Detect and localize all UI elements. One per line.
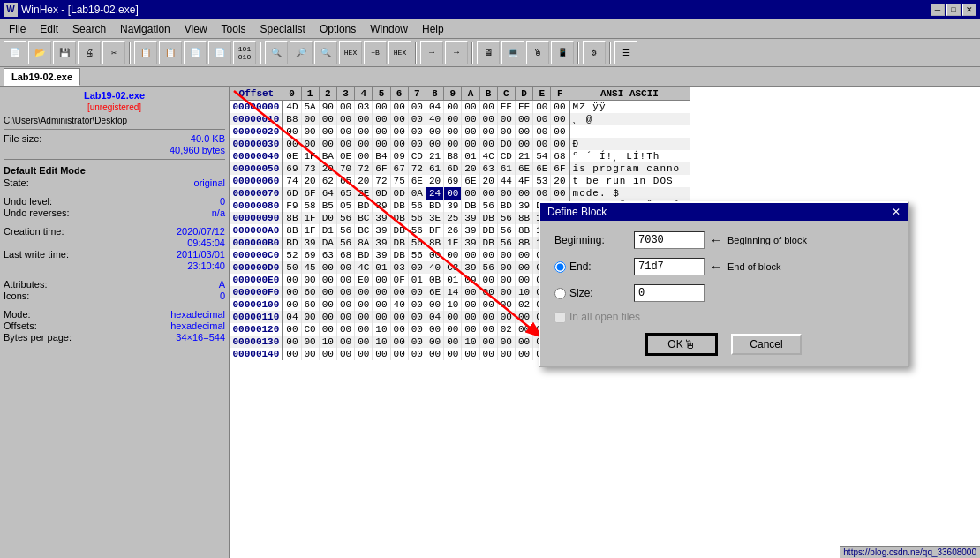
hex-cell[interactable]: 00 [408,311,426,323]
hex-cell[interactable]: 00 [355,138,373,150]
hex-cell[interactable]: 00 [336,274,354,286]
hex-cell[interactable]: 00 [390,286,408,298]
toolbar-btn-22[interactable]: 📱 [551,41,574,64]
hex-cell[interactable]: 00 [479,249,497,261]
hex-cell[interactable]: 00 [515,274,532,286]
hex-cell[interactable]: 39 [373,224,390,237]
toolbar-btn-24[interactable]: ☰ [614,41,637,64]
hex-cell[interactable]: 00 [408,101,426,114]
menu-file[interactable]: File [2,21,33,37]
menu-search[interactable]: Search [65,21,113,37]
hex-cell[interactable]: C3 [444,261,462,274]
hex-cell[interactable]: D0 [497,138,515,150]
hex-cell[interactable]: 00 [497,311,515,323]
hex-cell[interactable]: 00 [283,286,301,298]
hex-cell[interactable]: 8B [515,237,532,249]
hex-cell[interactable]: 00 [497,113,515,125]
hex-cell[interactable]: 00 [479,138,497,150]
hex-cell[interactable]: DB [479,224,497,237]
size-radio-label[interactable]: Size: [554,287,634,299]
table-row[interactable]: 0000005069732070726F6772616D2063616E6E6F… [230,162,690,175]
hex-cell[interactable]: F9 [283,200,301,212]
hex-cell[interactable]: 00 [479,323,497,336]
hex-cell[interactable]: 0B [426,274,443,286]
toolbar-btn-7[interactable]: 📋 [159,41,182,64]
hex-cell[interactable]: 6F [373,162,390,175]
size-input[interactable] [634,284,705,302]
hex-cell[interactable]: 00 [444,323,462,336]
hex-cell[interactable]: DB [462,200,479,212]
hex-cell[interactable]: 56 [336,212,354,224]
hex-cell[interactable]: 00 [479,286,497,298]
table-row[interactable]: 000000400E1FBA0E00B409CD21B8014CCD215468… [230,150,690,162]
hex-cell[interactable]: 26 [444,224,462,237]
hex-cell[interactable]: 0D [373,187,390,200]
hex-cell[interactable]: 00 [319,274,336,286]
hex-cell[interactable]: B8 [444,150,462,162]
hex-cell[interactable]: 00 [444,138,462,150]
hex-cell[interactable]: 00 [515,113,532,125]
toolbar-btn-6[interactable]: 📋 [134,41,157,64]
hex-cell[interactable]: 20 [426,175,443,187]
hex-cell[interactable]: 0F [390,274,408,286]
hex-cell[interactable]: 10 [373,336,390,348]
hex-cell[interactable]: 00 [355,336,373,348]
hex-cell[interactable]: 00 [355,150,373,162]
hex-cell[interactable]: 00 [479,348,497,360]
hex-cell[interactable]: 65 [336,175,354,187]
toolbar-btn-9[interactable]: 📄 [208,41,231,64]
hex-cell[interactable]: 00 [355,348,373,360]
hex-cell[interactable]: 00 [462,323,479,336]
hex-cell[interactable]: 00 [283,298,301,311]
hex-cell[interactable]: 00 [426,323,443,336]
hex-cell[interactable]: 00 [355,286,373,298]
hex-cell[interactable]: 70 [336,162,354,175]
hex-cell[interactable]: 56 [408,224,426,237]
hex-cell[interactable]: 00 [462,311,479,323]
hex-cell[interactable]: 56 [479,261,497,274]
hex-cell[interactable]: 6E [408,175,426,187]
hex-cell[interactable]: 69 [283,162,301,175]
hex-cell[interactable]: 00 [336,113,354,125]
hex-cell[interactable]: 00 [533,125,551,138]
hex-cell[interactable]: 10 [444,298,462,311]
minimize-button[interactable]: ─ [931,4,945,16]
hex-cell[interactable]: 72 [355,162,373,175]
toolbar-btn-18[interactable]: → [445,41,468,64]
hex-cell[interactable]: 39 [462,261,479,274]
hex-cell[interactable]: 00 [426,348,443,360]
hex-cell[interactable]: 24 [426,187,443,200]
hex-cell[interactable]: 00 [373,125,390,138]
hex-cell[interactable]: 00 [497,274,515,286]
hex-cell[interactable]: 61 [426,162,443,175]
hex-cell[interactable]: DB [479,212,497,224]
hex-cell[interactable]: 00 [355,125,373,138]
hex-cell[interactable]: 00 [408,138,426,150]
hex-cell[interactable]: 00 [551,187,569,200]
hex-cell[interactable]: 39 [373,249,390,261]
hex-cell[interactable]: 1F [301,212,319,224]
hex-cell[interactable]: 00 [283,336,301,348]
hex-cell[interactable]: 56 [497,224,515,237]
hex-cell[interactable]: 00 [533,113,551,125]
menu-help[interactable]: Help [415,21,451,37]
table-row[interactable]: 000000706D6F64652E0D0D0A2400000000000000… [230,187,690,200]
hex-cell[interactable]: 00 [301,125,319,138]
hex-cell[interactable]: 10 [515,286,532,298]
hex-cell[interactable]: 09 [462,274,479,286]
hex-cell[interactable]: 62 [319,175,336,187]
ok-button[interactable]: OK 🖱 [646,334,717,355]
hex-cell[interactable]: 39 [301,237,319,249]
menu-tools[interactable]: Tools [215,21,253,37]
hex-cell[interactable]: 00 [373,348,390,360]
menu-specialist[interactable]: Specialist [253,21,313,37]
hex-cell[interactable]: 00 [319,311,336,323]
menu-navigation[interactable]: Navigation [113,21,177,37]
hex-cell[interactable]: 21 [515,150,532,162]
open-button[interactable]: 📂 [28,41,51,64]
hex-cell[interactable]: 00 [336,311,354,323]
hex-cell[interactable]: 00 [355,298,373,311]
hex-cell[interactable]: 56 [497,237,515,249]
hex-cell[interactable]: 39 [462,212,479,224]
hex-cell[interactable]: 69 [444,175,462,187]
